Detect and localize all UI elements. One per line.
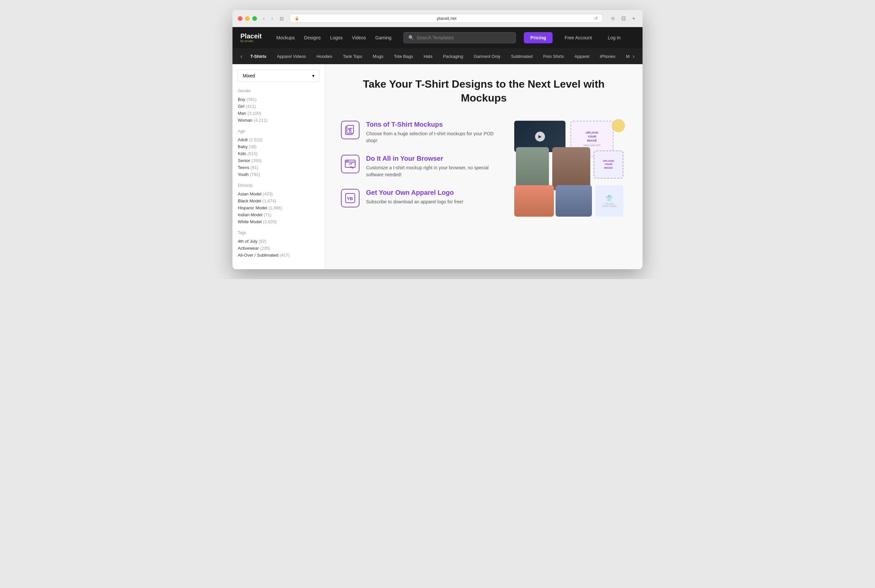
- filter-white-label: White Model: [238, 219, 262, 224]
- filter-hispanic[interactable]: Hispanic Model (1,996): [238, 204, 319, 212]
- cat-sublimated[interactable]: Sublimated: [506, 51, 538, 62]
- reload-button[interactable]: ↺: [594, 16, 598, 21]
- filter-baby-count: (38): [249, 144, 256, 149]
- cat-t-shirts[interactable]: T-Shirts: [245, 51, 271, 62]
- minimize-button[interactable]: [245, 16, 250, 21]
- svg-point-6: [348, 161, 349, 162]
- browser-buttons: [238, 16, 257, 21]
- cat-garment-only[interactable]: Garment Only: [468, 51, 506, 62]
- share-button[interactable]: ⎋: [610, 15, 617, 22]
- tab-button[interactable]: ⊡: [278, 15, 286, 22]
- maximize-button[interactable]: [252, 16, 257, 21]
- filter-teens[interactable]: Teens (91): [238, 164, 319, 171]
- filter-adult[interactable]: Adult (2,522): [238, 136, 319, 143]
- browser-nav: ‹ › ⊡: [261, 15, 286, 22]
- lock-icon: 🔒: [295, 16, 299, 21]
- nav-logos[interactable]: Logos: [326, 32, 346, 43]
- filter-baby[interactable]: Baby (38): [238, 143, 319, 150]
- collage-shirt-mockup: 👕 UPLOADYOUR IMAGE: [595, 185, 623, 217]
- features-and-collage: Tons of T-Shirt Mockups Choose from a hu…: [341, 121, 627, 220]
- filter-senior[interactable]: Senior (350): [238, 157, 319, 164]
- login-button[interactable]: Log In: [604, 32, 625, 43]
- filter-girl-label: Girl: [238, 104, 244, 109]
- pricing-button[interactable]: Pricing: [524, 32, 553, 44]
- logo-sub: by envato: [240, 40, 262, 43]
- browser-toolbar-right: ⎋ ⊡ +: [610, 15, 637, 22]
- search-bar[interactable]: 🔍: [403, 32, 516, 44]
- filter-black[interactable]: Black Model (1,674): [238, 197, 319, 204]
- nav-gaming[interactable]: Gaming: [372, 32, 396, 43]
- filter-activewear[interactable]: Activewear (226): [238, 245, 319, 252]
- ethnicity-filter-section: Ethnicity Asian Model (423) Black Model …: [238, 183, 319, 225]
- feature-browser-icon: [341, 155, 360, 173]
- forward-button[interactable]: ›: [269, 15, 275, 22]
- cat-mugs[interactable]: Mugs: [367, 51, 388, 62]
- collage-person-2: [552, 147, 590, 190]
- cat-hoodies[interactable]: Hoodies: [311, 51, 338, 62]
- filter-kids-count: (615): [247, 151, 257, 156]
- filter-indian-label: Indian Model: [238, 212, 262, 217]
- cat-nav-next[interactable]: ›: [630, 52, 637, 61]
- nav-videos[interactable]: Videos: [348, 32, 370, 43]
- cat-iphones[interactable]: iPhones: [595, 51, 621, 62]
- filter-4th-july[interactable]: 4th of July (62): [238, 238, 319, 245]
- preview-collage: ▶ UPLOADYOURIMAGE 600x1200 DPI UPLOAD: [514, 121, 627, 220]
- cat-tank-tops[interactable]: Tank Tops: [338, 51, 367, 62]
- filter-man[interactable]: Man (3,100): [238, 110, 319, 117]
- filter-all-over[interactable]: All-Over / Sublimated (417): [238, 252, 319, 259]
- feature-tons: Tons of T-Shirt Mockups Choose from a hu…: [341, 121, 501, 144]
- logo-envato: envato: [244, 39, 253, 43]
- filter-white[interactable]: White Model (3,620): [238, 218, 319, 225]
- tags-filter-section: Tags 4th of July (62) Activewear (226) A…: [238, 231, 319, 259]
- free-account-button[interactable]: Free Account: [560, 32, 596, 43]
- url-text: placeit.net: [302, 16, 592, 21]
- add-tab-button[interactable]: +: [630, 15, 637, 22]
- filter-senior-label: Senior: [238, 158, 250, 163]
- cat-hats[interactable]: Hats: [418, 51, 438, 62]
- close-button[interactable]: [238, 16, 243, 21]
- filter-asian[interactable]: Asian Model (423): [238, 190, 319, 197]
- filter-girl[interactable]: Girl (411): [238, 103, 319, 110]
- fullscreen-button[interactable]: ⊡: [619, 15, 628, 22]
- filter-white-count: (3,620): [263, 219, 276, 224]
- back-button[interactable]: ‹: [261, 15, 267, 22]
- collage-person-3: [514, 185, 554, 217]
- play-button[interactable]: ▶: [535, 132, 545, 141]
- svg-point-5: [346, 161, 347, 162]
- logo[interactable]: Placeit by envato: [240, 32, 262, 43]
- tags-label: Tags: [238, 231, 319, 235]
- feature-logo-icon: YB: [341, 189, 360, 207]
- filter-hispanic-label: Hispanic Model: [238, 206, 267, 210]
- cat-macbooks[interactable]: MacBooks: [621, 51, 630, 62]
- feature-tons-desc: Choose from a huge selection of t-shirt …: [366, 130, 501, 144]
- address-bar[interactable]: 🔒 placeit.net ↺: [290, 14, 603, 23]
- filter-teens-count: (91): [251, 165, 258, 170]
- age-label: Age: [238, 129, 319, 134]
- nav-mockups[interactable]: Mockups: [272, 32, 299, 43]
- filter-activewear-label: Activewear: [238, 246, 259, 250]
- filter-indian[interactable]: Indian Model (71): [238, 212, 319, 218]
- filter-woman[interactable]: Woman (4,211): [238, 117, 319, 124]
- filter-dropdown-label: Mixed: [243, 73, 255, 78]
- cat-tote-bags[interactable]: Tote Bags: [388, 51, 418, 62]
- filter-adult-count: (2,522): [249, 137, 262, 142]
- filter-hispanic-count: (1,996): [268, 206, 282, 210]
- filter-kids[interactable]: Kids (615): [238, 150, 319, 157]
- filter-youth[interactable]: Youth (792): [238, 171, 319, 178]
- filter-boy[interactable]: Boy (391): [238, 96, 319, 103]
- collage-decoration: [612, 119, 625, 132]
- browser-titlebar: ‹ › ⊡ 🔒 placeit.net ↺ ⎋ ⊡ +: [232, 10, 643, 27]
- filter-senior-count: (350): [252, 158, 262, 163]
- chevron-down-icon: ▾: [312, 73, 315, 78]
- search-input[interactable]: [417, 35, 511, 40]
- cat-nav-prev[interactable]: ‹: [238, 52, 245, 61]
- cat-apparel[interactable]: Apparel: [569, 51, 595, 62]
- feature-logo: YB Get Your Own Apparel Logo Subscribe t…: [341, 189, 501, 207]
- cat-apparel-videos[interactable]: Apparel Videos: [271, 51, 311, 62]
- hero-title: Take Your T-Shirt Designs to the Next Le…: [341, 77, 627, 105]
- nav-designs[interactable]: Designs: [300, 32, 325, 43]
- cat-packaging[interactable]: Packaging: [438, 51, 469, 62]
- logo-text: Placeit: [240, 32, 262, 40]
- filter-dropdown[interactable]: Mixed ▾: [238, 69, 319, 82]
- cat-polo-shirts[interactable]: Polo Shirts: [538, 51, 569, 62]
